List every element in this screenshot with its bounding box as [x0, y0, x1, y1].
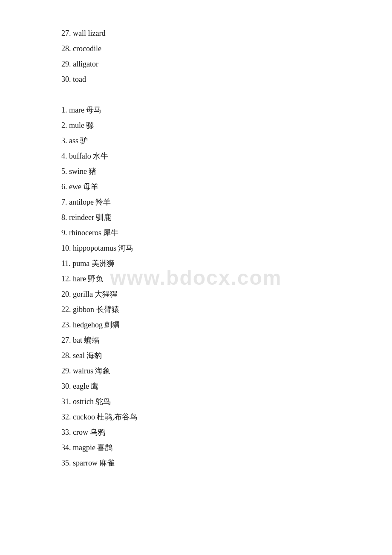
list-item: 32. cuckoo 杜鹃,布谷鸟: [61, 409, 331, 425]
list-item: 23. hedgehog 刺猬: [61, 317, 331, 332]
list-item: 27. wall lizard: [61, 26, 331, 41]
list-item: 4. buffalo 水牛: [61, 148, 331, 164]
list-item: 1. mare 母马: [61, 102, 331, 118]
list-item: 10. hippopotamus 河马: [61, 240, 331, 256]
list-item: 5. swine 猪: [61, 164, 331, 179]
list-item: 7. antilope 羚羊: [61, 194, 331, 210]
list-item: 11. puma 美洲狮: [61, 256, 331, 271]
list-item: 31. ostrich 鸵鸟: [61, 394, 331, 409]
list-item: 20. gorilla 大猩猩: [61, 286, 331, 302]
list-item: 33. crow 乌鸦: [61, 425, 331, 440]
list-item: 22. gibbon 长臂猿: [61, 302, 331, 317]
list-item: 27. bat 蝙蝠: [61, 332, 331, 348]
section2: 1. mare 母马2. mule 骡3. ass 驴4. buffalo 水牛…: [61, 102, 331, 471]
list-item: 12. hare 野兔: [61, 271, 331, 286]
list-item: 30. eagle 鹰: [61, 379, 331, 394]
list-item: 3. ass 驴: [61, 133, 331, 148]
list-item: 30. toad: [61, 72, 331, 87]
list-item: 6. ewe 母羊: [61, 179, 331, 194]
list-item: 2. mule 骡: [61, 118, 331, 133]
list-item: 28. crocodile: [61, 41, 331, 56]
list-item: 34. magpie 喜鹊: [61, 440, 331, 455]
list-item: 29. walrus 海象: [61, 363, 331, 379]
list-item: 28. seal 海豹: [61, 348, 331, 363]
list-item: 35. sparrow 麻雀: [61, 455, 331, 471]
list-item: 8. reindeer 驯鹿: [61, 210, 331, 225]
list-item: 9. rhinoceros 犀牛: [61, 225, 331, 240]
list-item: 29. alligator: [61, 56, 331, 72]
section1: 27. wall lizard28. crocodile29. alligato…: [61, 26, 331, 87]
